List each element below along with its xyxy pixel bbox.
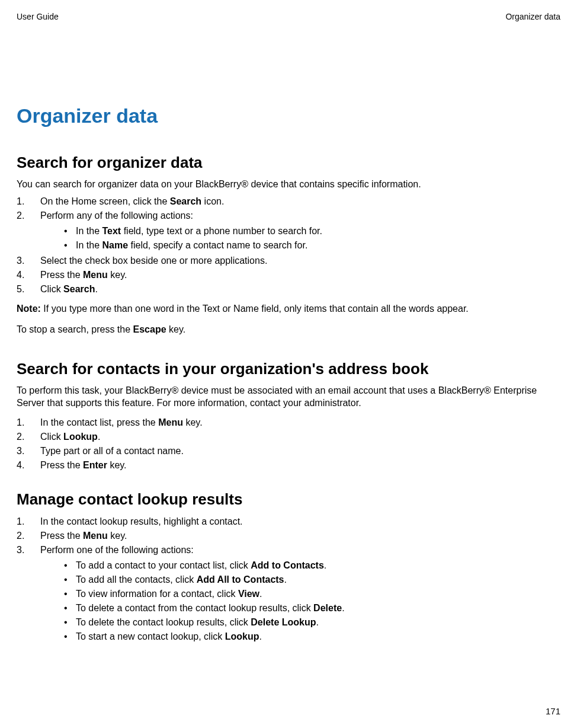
bullet-bold: Add All to Contacts xyxy=(197,574,284,585)
bullet-text: In the xyxy=(76,226,102,236)
bullet-text: field, type text or a phone number to se… xyxy=(121,226,322,236)
step-bold: Menu xyxy=(83,531,108,541)
steps-search-organizer: 1. On the Home screen, click the Search … xyxy=(17,194,560,296)
list-item: 1. In the contact lookup results, highli… xyxy=(17,515,560,529)
step-text: Click xyxy=(40,432,63,442)
bullet-text: . xyxy=(259,589,262,599)
text-bold: Escape xyxy=(133,324,166,334)
header-left: User Guide xyxy=(17,12,59,21)
step-text: Press the xyxy=(40,531,83,541)
step-number: 2. xyxy=(17,529,33,543)
heading-search-organizer: Search for organizer data xyxy=(17,154,560,172)
page-header: User Guide Organizer data xyxy=(17,12,560,21)
bullet-text: To add all the contacts, click xyxy=(76,574,197,585)
list-item: In the Text field, type text or a phone … xyxy=(40,224,560,238)
bullet-text: . xyxy=(342,603,344,613)
bullet-text: To start a new contact lookup, click xyxy=(76,631,225,641)
steps-search-contacts: 1. In the contact list, press the Menu k… xyxy=(17,416,560,472)
step-bold: Search xyxy=(170,196,201,206)
bullet-text: To view information for a contact, click xyxy=(76,589,238,599)
step-number: 2. xyxy=(17,430,33,444)
list-item: 3. Perform one of the following actions:… xyxy=(17,543,560,644)
bullet-bold: Lookup xyxy=(225,631,259,641)
step-number: 5. xyxy=(17,282,33,296)
step-number: 1. xyxy=(17,515,33,529)
bullet-bold: Text xyxy=(102,226,121,236)
page-title: Organizer data xyxy=(17,104,560,127)
step-number: 2. xyxy=(17,209,33,223)
heading-search-contacts: Search for contacts in your organization… xyxy=(17,360,560,378)
step-bold: Menu xyxy=(158,417,183,427)
note-body: If you type more than one word in the Te… xyxy=(41,304,469,314)
bullet-bold: Name xyxy=(102,240,128,250)
list-item: 2. Click Lookup. xyxy=(17,430,560,444)
text: key. xyxy=(166,324,186,334)
intro-search-organizer: You can search for organizer data on you… xyxy=(17,178,560,191)
list-item: To add all the contacts, click Add All t… xyxy=(40,573,560,587)
step-bold: Enter xyxy=(83,460,107,470)
intro-search-contacts: To perform this task, your BlackBerry® d… xyxy=(17,384,560,410)
list-item: 1. On the Home screen, click the Search … xyxy=(17,194,560,209)
step-text: On the Home screen, click the xyxy=(40,196,170,206)
list-item: In the Name field, specify a contact nam… xyxy=(40,238,560,253)
list-item: To start a new contact lookup, click Loo… xyxy=(40,630,560,644)
list-item: 4. Press the Enter key. xyxy=(17,458,560,472)
bullet-bold: Delete Lookup xyxy=(251,617,316,627)
step-text: key. xyxy=(108,270,127,280)
step-text: Select the check box beside one or more … xyxy=(40,256,267,266)
bullet-text: To delete the contact lookup results, cl… xyxy=(76,617,251,627)
sub-bullets: In the Text field, type text or a phone … xyxy=(40,224,560,253)
bullet-text: . xyxy=(324,560,326,570)
step-bold: Search xyxy=(63,284,95,294)
list-item: 5. Click Search. xyxy=(17,282,560,296)
step-text: key. xyxy=(108,531,127,541)
step-text: key. xyxy=(107,460,127,470)
step-text: In the contact lookup results, highlight… xyxy=(40,516,243,526)
list-item: 2. Press the Menu key. xyxy=(17,529,560,543)
step-number: 3. xyxy=(17,543,33,557)
step-text: Perform one of the following actions: xyxy=(40,545,194,555)
page-number: 171 xyxy=(546,706,560,716)
note-label: Note: xyxy=(17,304,41,314)
bullet-text: . xyxy=(316,617,319,627)
step-text: Press the xyxy=(40,270,83,280)
steps-manage-results: 1. In the contact lookup results, highli… xyxy=(17,515,560,644)
step-text: Click xyxy=(40,284,63,294)
list-item: 2. Perform any of the following actions:… xyxy=(17,209,560,253)
step-number: 4. xyxy=(17,458,33,472)
bullet-text: In the xyxy=(76,240,102,250)
list-item: 4. Press the Menu key. xyxy=(17,268,560,282)
heading-manage-results: Manage contact lookup results xyxy=(17,490,560,509)
list-item: To view information for a contact, click… xyxy=(40,587,560,601)
bullet-text: . xyxy=(259,631,261,641)
step-bold: Menu xyxy=(83,270,108,280)
note-search-organizer: Note: If you type more than one word in … xyxy=(17,302,560,315)
step-text: key. xyxy=(183,417,203,427)
step-text: Press the xyxy=(40,460,83,470)
bullet-text: To add a contact to your contact list, c… xyxy=(76,560,251,570)
bullet-bold: View xyxy=(238,589,259,599)
step-number: 3. xyxy=(17,444,33,458)
step-text: Type part or all of a contact name. xyxy=(40,446,184,456)
list-item: 1. In the contact list, press the Menu k… xyxy=(17,416,560,430)
bullet-bold: Add to Contacts xyxy=(251,560,324,570)
list-item: To add a contact to your contact list, c… xyxy=(40,558,560,573)
list-item: 3. Select the check box beside one or mo… xyxy=(17,254,560,268)
text: To stop a search, press the xyxy=(17,324,133,334)
step-number: 3. xyxy=(17,254,33,268)
bullet-bold: Delete xyxy=(313,603,342,613)
bullet-text: . xyxy=(284,574,287,585)
step-text: In the contact list, press the xyxy=(40,417,158,427)
step-text: . xyxy=(95,284,97,294)
stop-search-text: To stop a search, press the Escape key. xyxy=(17,323,560,336)
list-item: To delete the contact lookup results, cl… xyxy=(40,615,560,630)
step-number: 1. xyxy=(17,416,33,430)
list-item: To delete a contact from the contact loo… xyxy=(40,601,560,615)
bullet-text: field, specify a contact name to search … xyxy=(128,240,307,250)
step-text: . xyxy=(98,432,100,442)
bullet-text: To delete a contact from the contact loo… xyxy=(76,603,313,613)
sub-bullets-manage: To add a contact to your contact list, c… xyxy=(40,558,560,644)
header-right: Organizer data xyxy=(505,12,560,21)
step-number: 4. xyxy=(17,268,33,282)
step-bold: Lookup xyxy=(63,432,98,442)
